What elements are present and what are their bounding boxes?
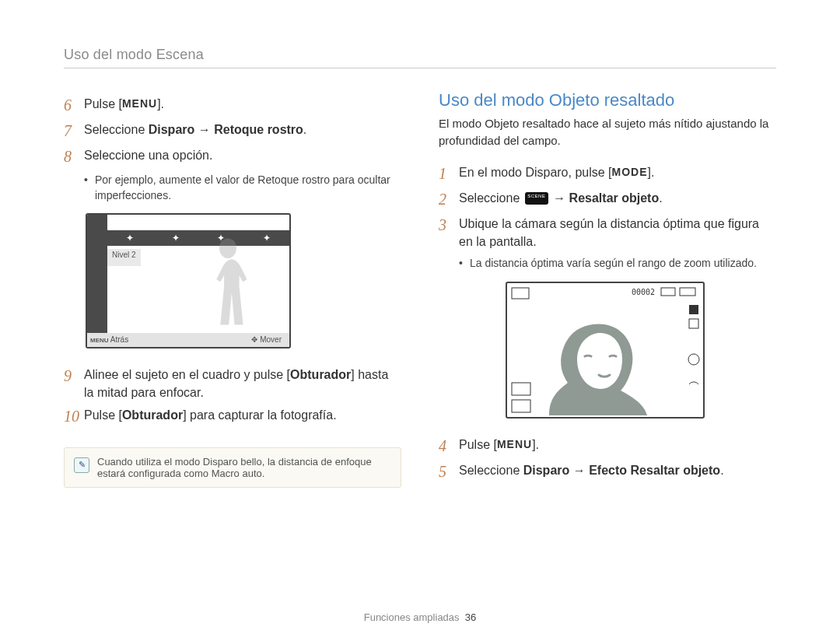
svg-rect-2: [680, 288, 695, 296]
step-6: 6 Pulse [MENU].: [64, 95, 401, 116]
footer-section: Funciones ampliadas: [364, 611, 460, 623]
sub-text: Por ejemplo, aumente el valor de Retoque…: [95, 172, 401, 204]
step-text: En el modo Disparo, pulse [MODE].: [459, 163, 654, 184]
bold-text: Disparo: [149, 123, 195, 136]
lcd-level-label: Nivel 2: [107, 249, 141, 266]
left-column: 6 Pulse [MENU]. 7 Seleccione Disparo → R…: [64, 90, 401, 488]
lcd-side-icons: [87, 215, 107, 333]
step-number: 9: [64, 366, 84, 401]
step-number: 10: [64, 406, 84, 427]
tip-box: ✎ Cuando utiliza el modo Disparo bello, …: [64, 447, 401, 488]
step-8: 8 Seleccione una opción.: [64, 146, 401, 167]
mode-keycap: MODE: [612, 164, 648, 180]
menu-label: MENU: [90, 337, 109, 344]
step-2: 2 Seleccione → Resaltar objeto.: [439, 189, 776, 210]
step-number: 8: [64, 146, 84, 167]
bold-text: Efecto Resaltar objeto: [589, 464, 720, 477]
bold-text: Disparo: [523, 464, 570, 477]
step-number: 5: [439, 461, 459, 482]
svg-rect-7: [512, 400, 530, 412]
svg-rect-3: [689, 305, 698, 314]
page: Uso del modo Escena 6 Pulse [MENU]. 7 Se…: [0, 0, 840, 634]
text: .: [720, 464, 723, 477]
svg-rect-1: [661, 288, 675, 296]
lcd-bottom-bar: MENU Atrás ✥ Mover: [87, 333, 289, 347]
text: .: [303, 123, 306, 136]
text: Pulse [: [84, 408, 122, 422]
step-3-sub: •La distancia óptima varía según el rang…: [459, 255, 776, 271]
svg-rect-0: [512, 288, 529, 299]
bold-text: Retoque rostro: [214, 123, 303, 136]
text: En el modo Disparo, pulse [: [459, 166, 612, 179]
bullet-icon: •: [459, 255, 470, 271]
lcd-counter: 00002: [632, 288, 655, 296]
bold-text: Obturador: [122, 408, 183, 422]
svg-point-5: [688, 354, 699, 365]
breadcrumb: Uso del modo Escena: [64, 47, 776, 63]
camera-lcd-illustration-1: ✦✦✦✦ Nivel 2 MENU Atrás ✥ Mover: [86, 213, 291, 349]
svg-rect-4: [689, 319, 698, 328]
text: Pulse [: [459, 438, 497, 451]
bullet-icon: •: [84, 172, 95, 204]
section-intro: El modo Objeto resaltado hace al sujeto …: [439, 115, 776, 149]
step-text: Alinee el sujeto en el cuadro y pulse [O…: [84, 366, 401, 401]
step-text: Seleccione Disparo → Efecto Resaltar obj…: [459, 461, 724, 482]
footer-page-number: 36: [465, 611, 476, 623]
tip-text: Cuando utiliza el modo Disparo bello, la…: [97, 456, 391, 479]
step-9: 9 Alinee el sujeto en el cuadro y pulse …: [64, 366, 401, 401]
camera-lcd-illustration-2: 00002: [506, 282, 705, 419]
step-1: 1 En el modo Disparo, pulse [MODE].: [439, 163, 776, 184]
text: .: [659, 191, 662, 205]
info-icon: ✎: [74, 457, 89, 473]
text: Seleccione: [459, 464, 523, 477]
step-4: 4 Pulse [MENU].: [439, 436, 776, 457]
text: Alinee el sujeto en el cuadro y pulse [: [84, 368, 290, 381]
step-number: 7: [64, 121, 84, 142]
step-text: Ubique la cámara según la distancia ópti…: [459, 215, 776, 250]
bold-text: Resaltar objeto: [569, 191, 660, 205]
step-text: Pulse [MENU].: [84, 95, 164, 116]
step-number: 4: [439, 436, 459, 457]
arrow-icon: →: [550, 191, 569, 205]
sub-text: La distancia óptima varía según el rango…: [470, 255, 757, 271]
section-title: Uso del modo Objeto resaltado: [439, 90, 776, 110]
back-label: Atrás: [110, 335, 128, 344]
step-number: 1: [439, 163, 459, 184]
step-text: Pulse [Obturador] para capturar la fotog…: [84, 406, 337, 427]
step-7: 7 Seleccione Disparo → Retoque rostro.: [64, 121, 401, 142]
step-5: 5 Seleccione Disparo → Efecto Resaltar o…: [439, 461, 776, 482]
content-columns: 6 Pulse [MENU]. 7 Seleccione Disparo → R…: [64, 90, 776, 488]
step-8-sub: •Por ejemplo, aumente el valor de Retoqu…: [84, 172, 401, 204]
step-number: 3: [439, 215, 459, 250]
step-number: 2: [439, 189, 459, 210]
arrow-icon: →: [569, 464, 589, 477]
menu-keycap: MENU: [122, 96, 157, 111]
text: ].: [648, 166, 655, 179]
svg-rect-6: [512, 383, 530, 395]
text: ] para capturar la fotografía.: [183, 408, 336, 422]
step-10: 10 Pulse [Obturador] para capturar la fo…: [64, 406, 401, 427]
divider: [64, 68, 776, 68]
step-text: Seleccione Disparo → Retoque rostro.: [84, 121, 306, 142]
step-3: 3 Ubique la cámara según la distancia óp…: [439, 215, 776, 250]
bold-text: Obturador: [290, 368, 351, 381]
move-label: Mover: [260, 335, 282, 344]
silhouette-icon: [193, 236, 263, 331]
menu-keycap: MENU: [497, 436, 532, 452]
text: ].: [157, 97, 164, 110]
text: Seleccione: [459, 191, 523, 205]
scene-icon: [525, 192, 548, 205]
step-text: Seleccione → Resaltar objeto.: [459, 189, 663, 210]
step-text: Seleccione una opción.: [84, 146, 212, 167]
right-column: Uso del modo Objeto resaltado El modo Ob…: [439, 90, 776, 488]
text: Pulse [: [84, 97, 122, 110]
text: ].: [532, 438, 539, 451]
step-text: Pulse [MENU].: [459, 436, 539, 457]
page-footer: Funciones ampliadas 36: [0, 611, 840, 623]
step-number: 6: [64, 95, 84, 116]
text: Seleccione: [84, 123, 149, 136]
arrow-icon: →: [194, 123, 214, 136]
